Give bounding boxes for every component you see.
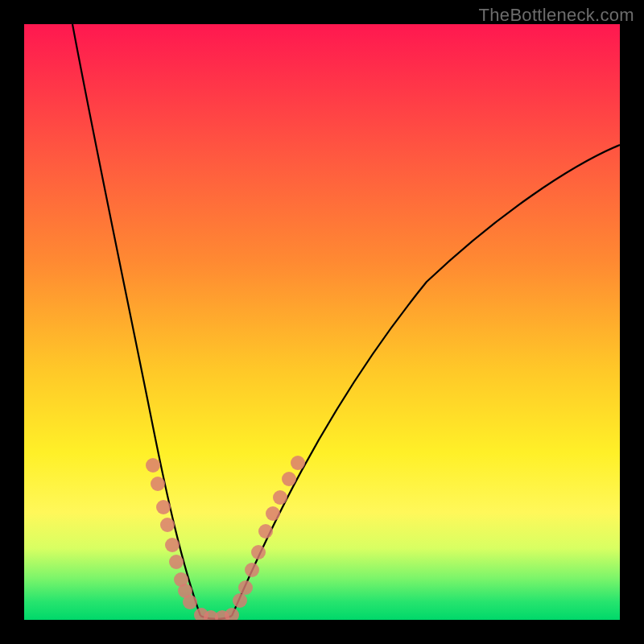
data-dot bbox=[266, 506, 280, 521]
data-dot bbox=[169, 555, 184, 569]
watermark-text: TheBottleneck.com bbox=[479, 5, 634, 26]
data-dot bbox=[251, 545, 266, 559]
data-dot bbox=[245, 563, 259, 577]
data-dot bbox=[282, 472, 296, 486]
right-curve bbox=[232, 145, 620, 616]
data-dot bbox=[151, 477, 165, 491]
data-dot bbox=[146, 458, 160, 473]
data-dot bbox=[156, 500, 171, 514]
data-dot bbox=[165, 538, 180, 552]
left-curve bbox=[72, 24, 200, 616]
dots-valley-cluster bbox=[194, 608, 239, 620]
data-dot bbox=[238, 580, 253, 595]
data-dot bbox=[258, 524, 273, 539]
plot-area bbox=[24, 24, 620, 620]
chart-frame: TheBottleneck.com bbox=[0, 0, 644, 644]
data-dot bbox=[160, 518, 175, 532]
data-dot bbox=[233, 593, 247, 608]
data-dot bbox=[291, 456, 305, 470]
data-dot bbox=[225, 608, 239, 620]
dots-right-cluster bbox=[233, 456, 305, 608]
chart-svg bbox=[24, 24, 620, 620]
data-dot bbox=[183, 595, 197, 609]
data-dot bbox=[273, 490, 287, 505]
dots-left-cluster bbox=[146, 458, 197, 609]
